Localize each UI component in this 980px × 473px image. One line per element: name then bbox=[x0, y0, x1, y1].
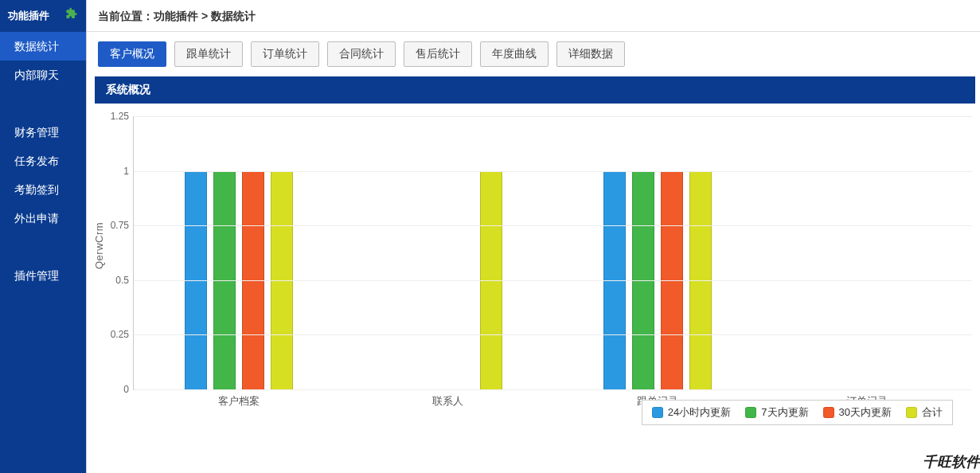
chart-category: 订单记录 bbox=[763, 116, 972, 389]
chart-gridline bbox=[134, 389, 972, 390]
tab-bar: 客户概况跟单统计订单统计合同统计售后统计年度曲线详细数据 bbox=[87, 32, 980, 76]
legend-swatch bbox=[823, 407, 834, 418]
tab-button[interactable]: 合同统计 bbox=[327, 41, 396, 67]
sidebar-item[interactable]: 财务管理 bbox=[0, 118, 86, 147]
legend-item[interactable]: 7天内更新 bbox=[745, 405, 808, 420]
legend-label: 24小时内更新 bbox=[668, 405, 731, 420]
chart-gridline bbox=[134, 171, 972, 172]
chart-category-label: 客户档案 bbox=[134, 389, 343, 408]
plugin-icon bbox=[65, 0, 78, 32]
tab-button[interactable]: 客户概况 bbox=[98, 41, 166, 67]
legend-swatch bbox=[652, 407, 663, 418]
chart-ytick: 0.25 bbox=[99, 329, 129, 340]
tab-button[interactable]: 详细数据 bbox=[556, 41, 625, 67]
sidebar: 功能插件 数据统计内部聊天财务管理任务发布考勤签到外出申请插件管理 bbox=[0, 0, 86, 473]
legend-item[interactable]: 合计 bbox=[906, 405, 943, 420]
chart-ytick: 1 bbox=[99, 166, 129, 177]
chart: QerwCrm 客户档案联系人跟单记录订单记录 00.250.50.7511.2… bbox=[95, 110, 972, 428]
sidebar-item[interactable]: 插件管理 bbox=[0, 261, 86, 290]
sidebar-item[interactable]: 数据统计 bbox=[0, 32, 86, 61]
chart-category-label: 联系人 bbox=[343, 389, 552, 408]
chart-gridline bbox=[134, 116, 972, 117]
chart-category: 联系人 bbox=[343, 116, 552, 389]
sidebar-item[interactable]: 考勤签到 bbox=[0, 175, 86, 204]
sidebar-title: 功能插件 bbox=[8, 0, 49, 32]
legend-label: 合计 bbox=[922, 405, 943, 420]
sidebar-header: 功能插件 bbox=[0, 0, 86, 32]
tab-button[interactable]: 跟单统计 bbox=[174, 41, 243, 67]
legend-swatch bbox=[906, 407, 917, 418]
panel-title: 系统概况 bbox=[95, 76, 975, 104]
tab-button[interactable]: 售后统计 bbox=[404, 41, 472, 67]
main: 当前位置：功能插件 > 数据统计 客户概况跟单统计订单统计合同统计售后统计年度曲… bbox=[86, 0, 980, 473]
chart-gridline bbox=[134, 225, 972, 226]
sidebar-item[interactable]: 外出申请 bbox=[0, 204, 86, 233]
chart-ytick: 1.25 bbox=[99, 111, 129, 122]
chart-legend: 24小时内更新7天内更新30天内更新合计 bbox=[642, 400, 953, 425]
legend-item[interactable]: 24小时内更新 bbox=[652, 405, 731, 420]
sidebar-item[interactable]: 任务发布 bbox=[0, 147, 86, 175]
legend-label: 7天内更新 bbox=[761, 405, 808, 420]
chart-plot: 客户档案联系人跟单记录订单记录 00.250.50.7511.25 bbox=[133, 116, 972, 390]
tab-button[interactable]: 年度曲线 bbox=[480, 41, 549, 67]
chart-category: 跟单记录 bbox=[553, 116, 763, 389]
tab-button[interactable]: 订单统计 bbox=[251, 41, 319, 67]
chart-gridline bbox=[134, 334, 972, 335]
chart-gridline bbox=[134, 280, 972, 281]
sidebar-item[interactable]: 内部聊天 bbox=[0, 61, 86, 89]
chart-ytick: 0.5 bbox=[99, 275, 129, 286]
breadcrumb-path: 功能插件 > 数据统计 bbox=[154, 10, 256, 22]
legend-label: 30天内更新 bbox=[839, 405, 892, 420]
breadcrumb: 当前位置：功能插件 > 数据统计 bbox=[87, 0, 980, 32]
footer-brand: 千旺软件 bbox=[923, 452, 980, 471]
legend-swatch bbox=[745, 407, 756, 418]
chart-ytick: 0.75 bbox=[99, 220, 129, 231]
legend-item[interactable]: 30天内更新 bbox=[823, 405, 892, 420]
chart-ytick: 0 bbox=[99, 384, 129, 395]
breadcrumb-prefix: 当前位置： bbox=[98, 10, 154, 22]
chart-category: 客户档案 bbox=[134, 116, 343, 389]
